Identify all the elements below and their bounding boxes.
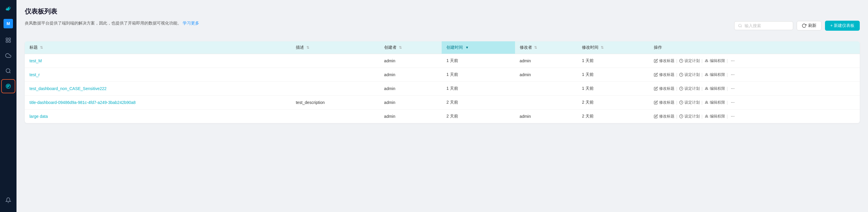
sort-icon-created-at: ▼ bbox=[465, 46, 469, 50]
search-input[interactable] bbox=[745, 23, 789, 28]
edit-icon bbox=[654, 73, 658, 77]
sidebar-item-search[interactable] bbox=[1, 64, 15, 78]
action-more-0[interactable]: ··· bbox=[730, 58, 736, 63]
svg-point-19 bbox=[706, 115, 707, 116]
sidebar-item-dashboard[interactable] bbox=[1, 33, 15, 47]
cell-actions-0: 修改标题 | 设定计划 | 编辑权限 bbox=[649, 54, 860, 68]
action-edit-auth-4[interactable]: 编辑权限 bbox=[705, 114, 725, 119]
edit-icon bbox=[654, 86, 658, 91]
dashboard-link-3[interactable]: title-dashboard-09486d9a-981c-4fd7-a249-… bbox=[29, 100, 135, 105]
toolbar: 刷新 + 新建仪表板 bbox=[734, 21, 860, 31]
col-description[interactable]: 描述 ⇅ bbox=[291, 41, 379, 54]
edit-icon bbox=[654, 100, 658, 105]
table: 标题 ⇅ 描述 ⇅ 创建者 ⇅ 创建时间 ▼ bbox=[25, 41, 860, 123]
col-modified-at[interactable]: 修改时间 ⇅ bbox=[577, 41, 649, 54]
cell-actions-3: 修改标题 | 设定计划 | 编辑权限 bbox=[649, 96, 860, 109]
action-edit-title-4[interactable]: 修改标题 bbox=[654, 114, 675, 119]
cell-modifier-0: admin bbox=[515, 54, 578, 68]
cell-title-4: large data bbox=[25, 109, 291, 124]
user-avatar[interactable]: M bbox=[3, 19, 13, 28]
cloud-icon bbox=[5, 53, 11, 58]
dashboard-link-1[interactable]: test_r bbox=[29, 72, 40, 77]
search-box[interactable] bbox=[734, 21, 793, 30]
cell-modifier-2 bbox=[515, 82, 578, 96]
cell-actions-1: 修改标题 | 设定计划 | 编辑权限 bbox=[649, 68, 860, 82]
table-row: test_M admin 1 天前 admin 1 天前 修改标题 | bbox=[25, 54, 860, 68]
table-row: title-dashboard-09486d9a-981c-4fd7-a249-… bbox=[25, 96, 860, 109]
page-content: 仪表板列表 炎凤数据平台提供了端到端的解决方案，因此，也提供了开箱即用的数据可视… bbox=[17, 0, 868, 212]
svg-point-13 bbox=[706, 73, 707, 75]
clock-icon bbox=[679, 114, 683, 118]
action-edit-title-3[interactable]: 修改标题 bbox=[654, 100, 675, 105]
svg-point-7 bbox=[8, 86, 8, 86]
sidebar-bottom bbox=[1, 193, 15, 212]
cell-creator-0: admin bbox=[379, 54, 442, 68]
action-more-1[interactable]: ··· bbox=[730, 72, 736, 77]
auth-icon bbox=[705, 86, 709, 91]
edit-icon bbox=[654, 59, 658, 63]
dashboard-link-2[interactable]: test_dashboard_non_CASE_Sensitive222 bbox=[29, 86, 107, 91]
refresh-icon bbox=[802, 23, 806, 28]
cell-actions-4: 修改标题 | 设定计划 | 编辑权限 bbox=[649, 109, 860, 124]
table-row: large data admin 2 天前 admin 2 天前 修改标题 | bbox=[25, 109, 860, 124]
cell-creator-3: admin bbox=[379, 96, 442, 109]
action-edit-auth-0[interactable]: 编辑权限 bbox=[705, 58, 725, 63]
cell-created-at-0: 1 天前 bbox=[442, 54, 515, 68]
action-edit-auth-3[interactable]: 编辑权限 bbox=[705, 100, 725, 105]
sidebar-item-data-circle[interactable] bbox=[1, 79, 15, 93]
action-set-plan-2[interactable]: 设定计划 bbox=[679, 86, 700, 91]
action-more-4[interactable]: ··· bbox=[730, 114, 736, 119]
sidebar-item-bell[interactable] bbox=[1, 193, 15, 207]
sidebar-item-cloud[interactable] bbox=[1, 48, 15, 62]
cell-created-at-4: 2 天前 bbox=[442, 109, 515, 124]
action-set-plan-3[interactable]: 设定计划 bbox=[679, 100, 700, 105]
cell-modifier-3 bbox=[515, 96, 578, 109]
svg-rect-2 bbox=[6, 41, 8, 43]
search-input-icon bbox=[738, 23, 742, 28]
svg-point-4 bbox=[6, 69, 10, 73]
svg-line-9 bbox=[741, 27, 742, 27]
col-actions: 操作 bbox=[649, 41, 860, 54]
cell-modified-at-3: 2 天前 bbox=[577, 96, 649, 109]
action-edit-title-2[interactable]: 修改标题 bbox=[654, 86, 675, 91]
action-edit-auth-2[interactable]: 编辑权限 bbox=[705, 86, 725, 91]
cell-title-2: test_dashboard_non_CASE_Sensitive222 bbox=[25, 82, 291, 96]
cell-modifier-4: admin bbox=[515, 109, 578, 124]
clock-icon bbox=[679, 73, 683, 77]
sidebar-nav bbox=[0, 33, 17, 93]
action-edit-title-0[interactable]: 修改标题 bbox=[654, 58, 675, 63]
learn-more-link[interactable]: 学习更多 bbox=[183, 21, 199, 25]
cell-modified-at-4: 2 天前 bbox=[577, 109, 649, 124]
sort-icon-modified-at: ⇅ bbox=[601, 46, 604, 50]
search-icon bbox=[5, 68, 11, 74]
action-edit-title-1[interactable]: 修改标题 bbox=[654, 72, 675, 77]
col-modifier[interactable]: 修改者 ⇅ bbox=[515, 41, 578, 54]
sidebar: M bbox=[0, 0, 17, 212]
action-more-2[interactable]: ··· bbox=[730, 86, 736, 91]
cell-title-3: title-dashboard-09486d9a-981c-4fd7-a249-… bbox=[25, 96, 291, 109]
action-set-plan-1[interactable]: 设定计划 bbox=[679, 72, 700, 77]
col-title[interactable]: 标题 ⇅ bbox=[25, 41, 291, 54]
col-created-at[interactable]: 创建时间 ▼ bbox=[442, 41, 515, 54]
sort-icon-description: ⇅ bbox=[306, 46, 309, 50]
cell-creator-2: admin bbox=[379, 82, 442, 96]
svg-rect-3 bbox=[9, 41, 10, 43]
sort-icon-modifier: ⇅ bbox=[534, 46, 537, 50]
dashboard-table: 标题 ⇅ 描述 ⇅ 创建者 ⇅ 创建时间 ▼ bbox=[25, 41, 860, 123]
cell-actions-2: 修改标题 | 设定计划 | 编辑权限 bbox=[649, 82, 860, 96]
refresh-button[interactable]: 刷新 bbox=[797, 21, 822, 30]
svg-point-15 bbox=[706, 87, 707, 88]
col-creator[interactable]: 创建者 ⇅ bbox=[379, 41, 442, 54]
page-description: 炎凤数据平台提供了端到端的解决方案，因此，也提供了开箱即用的数据可视化功能。 学… bbox=[25, 21, 199, 26]
cell-modifier-1: admin bbox=[515, 68, 578, 82]
cell-created-at-1: 1 天前 bbox=[442, 68, 515, 82]
dashboard-link-0[interactable]: test_M bbox=[29, 58, 42, 63]
cell-description-0 bbox=[291, 54, 379, 68]
dashboard-link-4[interactable]: large data bbox=[29, 114, 48, 119]
action-set-plan-0[interactable]: 设定计划 bbox=[679, 58, 700, 63]
action-edit-auth-1[interactable]: 编辑权限 bbox=[705, 72, 725, 77]
new-dashboard-button[interactable]: + 新建仪表板 bbox=[825, 21, 860, 31]
action-set-plan-4[interactable]: 设定计划 bbox=[679, 114, 700, 119]
auth-icon bbox=[705, 114, 709, 118]
action-more-3[interactable]: ··· bbox=[730, 100, 736, 105]
